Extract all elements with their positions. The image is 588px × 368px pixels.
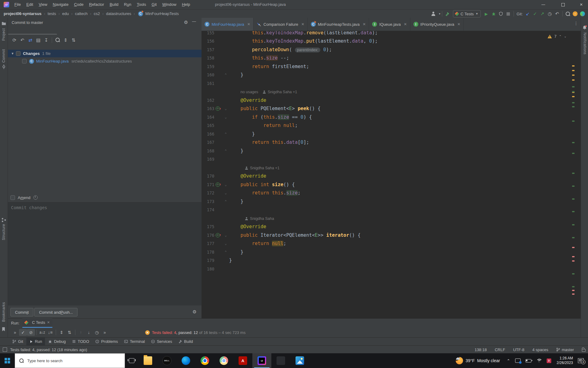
history-clock-icon[interactable]: ◷ [546,10,553,17]
stripe-mark[interactable] [572,198,575,200]
commit-panel-hide-icon[interactable]: — [192,19,196,24]
start-button[interactable] [0,353,15,368]
show-options-icon[interactable]: » [11,329,19,336]
fold-marker-icon[interactable]: ⌃ [222,73,229,77]
stripe-mark[interactable] [572,173,575,174]
code-line-165[interactable]: 165return null; [202,121,576,130]
tray-expand-chevron-icon[interactable]: ⌃ [507,358,510,363]
code-line-164[interactable]: 164⌄if (this.size == 0) { [202,113,576,121]
editor-tab-comparison-failure[interactable]: Comparison Failure✕ [254,18,308,31]
stripe-mark[interactable] [572,260,575,262]
stop-button[interactable] [505,10,512,17]
expand-all-icon[interactable]: ⇕ [62,37,70,43]
taskbar-app-app-grid[interactable] [271,353,290,368]
line-separator[interactable]: CRLF [495,347,505,352]
code-line-163[interactable]: 163O↑⌄public PQElement<E> peek() { [202,105,576,113]
commit-panel-gear-icon[interactable]: ⚙ [184,20,188,25]
code-line-175[interactable]: 175@Override [202,223,576,231]
tab-options-icon[interactable]: ⋮ [574,21,578,26]
next-warning-icon[interactable]: ⌄ [564,35,567,38]
breadcrumb-item[interactable]: MinFourHeapTests [145,11,179,16]
taskbar-search[interactable]: Type here to search [15,353,125,368]
overrides-gutter-icon[interactable]: O↑ [214,182,222,187]
close-icon[interactable]: ✕ [457,22,460,26]
code-line-171[interactable]: 171O↑⌄public int size() { [202,180,576,189]
code-line-162[interactable]: 162@Override [202,96,576,105]
fold-marker-icon[interactable]: ⌃ [222,250,229,254]
search-everywhere-icon[interactable] [564,10,571,17]
shelve-icon[interactable]: ↧ [42,37,50,43]
git-branch-widget[interactable]: master [556,347,574,352]
git-update-icon[interactable]: ↙ [524,10,531,17]
menu-item-code[interactable]: Code [71,2,86,7]
breadcrumb-item[interactable]: datastructures [105,11,132,16]
fold-marker-icon[interactable]: ⌄ [222,233,229,237]
menu-item-refactor[interactable]: Refactor [86,2,107,7]
build-hammer-icon[interactable] [444,10,451,17]
code-line-156[interactable]: 156this.keyToIndexMap.put(lastElement.da… [202,37,576,46]
error-stripe[interactable] [571,31,575,318]
tool-window-button-run[interactable]: Run [26,338,45,345]
taskbar-app-chrome[interactable] [195,353,214,368]
weather-icon[interactable] [456,357,463,364]
action-center-icon[interactable]: 4 [578,358,584,363]
run-tab-c-tests[interactable]: C Tests ✕ [22,318,52,328]
stripe-mark[interactable] [572,96,575,97]
weather-desc[interactable]: Mostly clear [477,358,500,363]
stripe-mark[interactable] [572,186,575,187]
taskbar-app-photos[interactable] [290,353,309,368]
git-push-icon[interactable]: ↗ [539,10,546,17]
editor-tab-minfourheap-java[interactable]: CMinFourHeap.java✕ [202,18,254,31]
wifi-icon[interactable] [536,359,542,363]
menu-item-help[interactable]: Help [179,2,193,7]
taskbar-app-edge[interactable] [176,353,195,368]
code-line-177[interactable]: 177⌄return null; [202,240,576,248]
collapse-all-icon[interactable]: ⇅ [70,37,77,43]
maximize-button[interactable] [556,0,570,9]
stripe-mark[interactable] [572,256,575,257]
file-encoding[interactable]: UTF-8 [513,347,524,352]
stripe-mark[interactable] [572,286,575,287]
stripe-mark[interactable] [572,121,575,122]
menu-item-view[interactable]: View [36,2,50,7]
menu-item-file[interactable]: File [12,2,24,7]
breadcrumb-item[interactable]: caltech [74,11,88,16]
tool-window-button-problems[interactable]: Problems [92,338,121,345]
refresh-icon[interactable]: ⟳ [10,37,18,43]
tool-window-button-debug[interactable]: Debug [45,338,69,345]
next-failed-test-icon[interactable]: ↓ [85,329,93,336]
overrides-gutter-icon[interactable]: O↑ [214,106,222,111]
menu-item-navigate[interactable]: Navigate [50,2,71,7]
stripe-mark[interactable] [572,106,575,107]
tray-app-badge-icon[interactable]: 3 [547,358,551,363]
changes-tree-row[interactable]: ▼ Changes 1 file [8,50,202,57]
sort-alphabetically-icon[interactable]: a↓z [38,329,46,336]
fold-marker-icon[interactable]: ⌃ [222,199,229,204]
code-line-170[interactable]: 170@Override [202,172,576,181]
tool-window-button-services[interactable]: Services [148,338,175,345]
breadcrumb-item[interactable]: tests [47,11,57,16]
commit-button[interactable]: Commit [10,308,33,316]
commit-options-gear-icon[interactable]: ⚙ [193,309,197,315]
commit-message-editor[interactable]: Commit changes [8,202,202,306]
run-button[interactable]: ▶ [483,10,490,17]
code-editor[interactable]: 155this.keyToIndexMap.remove(lastElement… [202,31,576,318]
menu-item-run[interactable]: Run [121,2,134,7]
task-view-button[interactable] [125,353,138,368]
tablet-mode-icon[interactable] [515,358,521,363]
tool-stripe-structure[interactable]: Structure [2,224,6,240]
rollback-icon[interactable]: ↶ [553,10,561,17]
code-line-169[interactable]: 169 [202,155,576,164]
changes-checkbox[interactable] [16,51,21,56]
stripe-mark[interactable] [572,247,575,248]
stripe-mark[interactable] [572,70,575,71]
prev-warning-icon[interactable]: ⌃ [559,35,561,38]
file-checkbox[interactable] [22,59,27,63]
project-folder-icon[interactable] [2,21,6,26]
commit-and-push-button[interactable]: Commit and Push... [34,308,77,316]
caret-position[interactable]: 138:18 [475,347,487,352]
code-line-159[interactable]: 159return firstElement; [202,62,576,71]
close-icon[interactable]: ✕ [301,22,304,26]
sort-by-duration-icon[interactable]: ↓≡ [46,329,54,336]
breadcrumb-item[interactable]: cs2 [93,11,100,16]
